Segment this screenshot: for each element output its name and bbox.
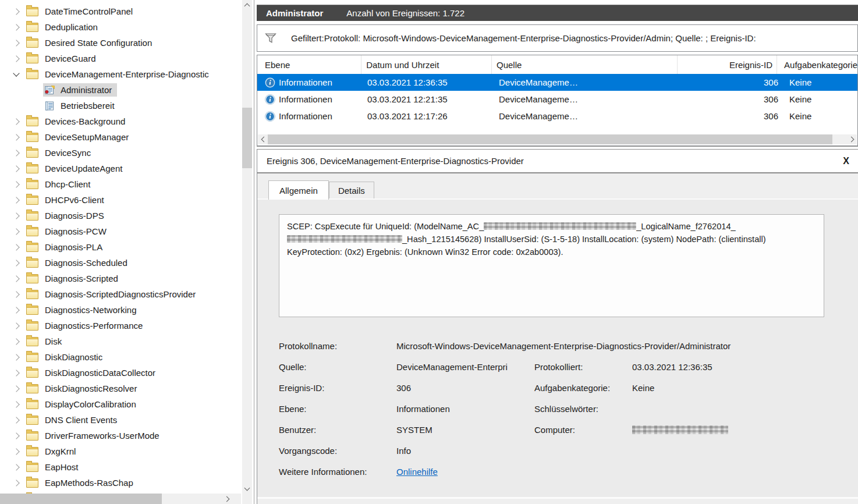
chevron-right-icon[interactable] — [8, 214, 24, 218]
tree-item[interactable]: DiskDiagnosticResolver — [0, 381, 241, 396]
tree-item[interactable]: DeviceGuard — [0, 51, 241, 66]
chevron-right-icon[interactable] — [8, 261, 24, 265]
chevron-right-icon[interactable] — [8, 182, 24, 187]
event-row[interactable]: Informationen 03.03.2021 12:36:35 Device… — [257, 74, 857, 91]
horizontal-scrollbar-thumb[interactable] — [0, 494, 162, 504]
chevron-right-icon[interactable] — [8, 198, 24, 203]
column-header-ebene[interactable]: Ebene — [257, 55, 361, 74]
tree-item[interactable]: Disk — [0, 333, 241, 349]
folder-icon — [26, 227, 38, 236]
detail-tab-strip: Allgemein Details — [257, 173, 858, 198]
event-row[interactable]: Informationen 03.03.2021 12:17:26 Device… — [257, 108, 857, 125]
tree-item[interactable]: DeviceSync — [0, 145, 241, 161]
chevron-right-icon[interactable] — [8, 324, 24, 328]
online-help-link[interactable]: Onlinehilfe — [396, 467, 438, 477]
chevron-right-icon[interactable] — [8, 166, 24, 171]
chevron-right-icon[interactable] — [8, 276, 24, 281]
chevron-right-icon[interactable] — [8, 119, 24, 124]
tree-item[interactable]: Desired State Configuration — [0, 35, 241, 51]
tree-item-administrator[interactable]: Administrator — [0, 82, 241, 98]
tree-item[interactable]: DHCPv6-Client — [0, 192, 241, 208]
tree-item[interactable]: DxgKrnl — [0, 443, 241, 459]
redacted-text — [632, 425, 728, 434]
tree-item[interactable]: DateTimeControlPanel — [0, 3, 241, 19]
column-header-ereignis-id[interactable]: Ereignis-ID — [678, 55, 777, 74]
chevron-right-icon[interactable] — [8, 135, 24, 140]
tree-item[interactable]: EapHost — [0, 459, 241, 475]
tree-item[interactable]: DeviceUpdateAgent — [0, 161, 241, 176]
tree-item[interactable]: Diagnosis-Scheduled — [0, 255, 241, 271]
tree-item[interactable]: Diagnostics-Networking — [0, 302, 241, 318]
tree-item[interactable]: DiskDiagnosticDataCollector — [0, 365, 241, 381]
scroll-right-button[interactable] — [847, 134, 857, 144]
chevron-right-icon[interactable] — [8, 449, 24, 454]
event-description-box[interactable]: SCEP: CspExecute für UniqueId: (ModelNam… — [279, 214, 824, 317]
tree-item[interactable]: DNS Client Events — [0, 412, 241, 428]
field-label: Quelle: — [279, 362, 396, 372]
chevron-right-icon[interactable] — [8, 355, 24, 360]
event-row[interactable]: Informationen 03.03.2021 12:21:35 Device… — [257, 91, 857, 108]
tab-details[interactable]: Details — [329, 182, 374, 198]
chevron-right-icon[interactable] — [8, 434, 24, 438]
chevron-right-icon[interactable] — [8, 229, 24, 234]
column-header-datum[interactable]: Datum und Uhrzeit — [361, 55, 492, 74]
column-header-quelle[interactable]: Quelle — [492, 55, 678, 74]
tree-item[interactable]: Diagnosis-DPS — [0, 208, 241, 223]
tree-item[interactable]: Deduplication — [0, 19, 241, 35]
folder-icon — [26, 337, 38, 346]
tree-item[interactable]: Diagnostics-Performance — [0, 318, 241, 333]
field-row: Weitere Informationen: Onlinehilfe — [279, 461, 852, 482]
chevron-right-icon[interactable] — [8, 9, 24, 14]
folder-icon — [26, 133, 38, 142]
tree-item[interactable]: Diagnosis-ScriptedDiagnosticsProvider — [0, 286, 241, 302]
chevron-right-icon[interactable] — [8, 151, 24, 155]
tree-item-betriebsbereit[interactable]: Betriebsbereit — [0, 98, 241, 113]
panel-divider[interactable] — [254, 0, 254, 504]
chevron-right-icon[interactable] — [8, 402, 24, 407]
field-label: Vorgangscode: — [279, 446, 396, 456]
chevron-right-icon[interactable] — [8, 41, 24, 45]
close-icon[interactable]: X — [843, 157, 849, 166]
tree-item[interactable]: DiskDiagnostic — [0, 349, 241, 365]
tree-item[interactable]: Diagnosis-Scripted — [0, 271, 241, 286]
vertical-scrollbar-thumb[interactable] — [242, 108, 252, 168]
chevron-right-icon[interactable] — [8, 245, 24, 250]
tab-allgemein[interactable]: Allgemein — [268, 180, 329, 200]
chevron-right-icon[interactable] — [8, 481, 24, 485]
chevron-right-icon[interactable] — [8, 292, 24, 297]
tree-item[interactable]: DriverFrameworks-UserMode — [0, 428, 241, 443]
tree-item-devicemanagement[interactable]: DeviceManagement-Enterprise-Diagnostic — [0, 66, 241, 82]
tree-item[interactable]: DisplayColorCalibration — [0, 396, 241, 412]
tree-vertical-scrollbar[interactable] — [242, 0, 252, 504]
scroll-left-button[interactable] — [258, 134, 268, 144]
chevron-right-icon[interactable] — [8, 465, 24, 470]
event-list-header: Ebene Datum und Uhrzeit Quelle Ereignis-… — [257, 55, 857, 74]
chevron-right-icon[interactable] — [8, 418, 24, 423]
chevron-right-icon[interactable] — [8, 386, 24, 391]
chevron-right-icon[interactable] — [8, 25, 24, 30]
tree-item[interactable]: Dhcp-Client — [0, 176, 241, 192]
scroll-up-button[interactable] — [242, 0, 252, 10]
column-header-aufgabenkategorie[interactable]: Aufgabenkategorie — [777, 55, 857, 74]
chevron-down-icon[interactable] — [8, 73, 24, 76]
tree-item[interactable]: DeviceSetupManager — [0, 129, 241, 145]
field-value: Microsoft-Windows-DeviceManagement-Enter… — [396, 341, 852, 351]
tree-horizontal-scrollbar[interactable] — [0, 494, 241, 504]
chevron-right-icon[interactable] — [8, 371, 24, 375]
scroll-down-button[interactable] — [242, 484, 252, 494]
chevron-right-icon[interactable] — [8, 56, 24, 61]
horizontal-scrollbar-thumb[interactable] — [268, 134, 832, 144]
folder-icon — [26, 243, 38, 252]
chevron-right-icon[interactable] — [8, 308, 24, 313]
tree-item[interactable]: Devices-Background — [0, 113, 241, 129]
tree-item[interactable]: Diagnosis-PCW — [0, 223, 241, 239]
field-label: Ereignis-ID: — [279, 383, 396, 393]
scroll-right-button[interactable] — [222, 494, 232, 504]
tree-item[interactable]: Diagnosis-PLA — [0, 239, 241, 255]
chevron-right-icon[interactable] — [8, 339, 24, 344]
event-source: DeviceManageme… — [494, 108, 682, 125]
information-level-icon — [265, 111, 275, 122]
event-list-horizontal-scrollbar[interactable] — [258, 134, 857, 144]
event-id: 306 — [682, 91, 782, 108]
tree-item[interactable]: EapMethods-RasChap — [0, 475, 241, 491]
